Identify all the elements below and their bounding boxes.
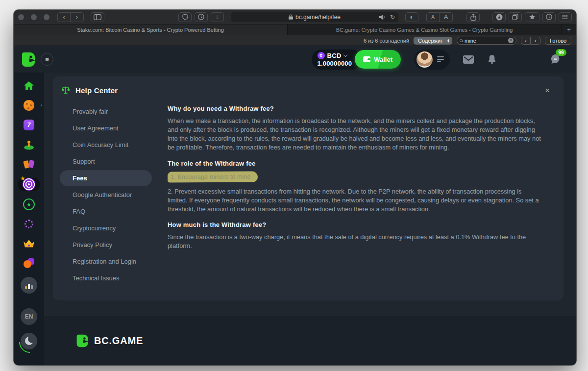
sidebar-toggle-button[interactable] — [91, 12, 104, 22]
sidebar-item-lottery[interactable] — [23, 158, 35, 170]
footer-logo-icon — [75, 334, 89, 347]
mail-button[interactable] — [463, 55, 474, 64]
help-nav-technical-issues[interactable]: Technical Issues — [60, 270, 152, 286]
sidebar-item-community[interactable] — [24, 218, 33, 230]
quests-icon: ★ — [23, 178, 35, 191]
bell-icon — [487, 54, 497, 65]
download-icon — [496, 14, 503, 21]
page-title: Help Center — [75, 86, 118, 95]
find-mode-select[interactable]: Содержит ▲▼ — [414, 37, 452, 45]
circle-arrow-icon — [198, 14, 204, 20]
home-icon — [24, 81, 34, 91]
paragraph-how-much: Since the transaction is a two-way charg… — [168, 233, 543, 250]
sidebar-item-bonus[interactable]: ★ — [23, 198, 35, 210]
theme-toggle-button[interactable] — [21, 333, 37, 349]
extension-shield-button[interactable] — [178, 12, 192, 22]
help-nav-cryptocurrency[interactable]: Cryptocurrency — [60, 220, 152, 236]
help-nav-fees[interactable]: Fees — [60, 170, 152, 186]
currency-code: BCD — [327, 52, 342, 59]
help-nav-support[interactable]: Support — [60, 153, 152, 170]
sidebar-item-affiliate[interactable] — [23, 257, 35, 269]
currency-amount: 1.00000000 — [318, 60, 352, 67]
find-search-input[interactable] — [465, 38, 506, 44]
section-heading-why: Why do you need a Withdraw fee? — [168, 105, 543, 112]
text-larger-button[interactable]: A — [440, 12, 453, 22]
paragraph-why: When we make a transaction, the informat… — [168, 117, 543, 152]
share-button[interactable] — [466, 12, 480, 22]
browser-toolbar: ‹ › ≡ bc.game/help/fee ↻ ◐ A A — [14, 10, 576, 25]
star-icon — [529, 14, 536, 20]
previous-match-button[interactable]: ‹ — [521, 37, 531, 45]
history-button[interactable] — [542, 12, 556, 22]
help-nav-coin-accuracy-limit[interactable]: Coin Accuracy Limit — [60, 137, 152, 153]
search-icon — [460, 39, 463, 42]
help-nav-google-authenticator[interactable]: Google Authenticator — [60, 187, 152, 203]
help-nav-provably-fair[interactable]: Provably fair — [60, 103, 152, 120]
notifications-button[interactable] — [487, 54, 497, 65]
currency-wallet-group: ¢ BCD 1.00000000 Wallet — [312, 49, 401, 70]
traffic-light-minimize[interactable] — [31, 14, 37, 20]
wallet-button[interactable]: Wallet — [355, 50, 401, 69]
expand-chevron-icon[interactable]: › — [40, 102, 42, 108]
url-bar[interactable]: bc.game/help/fee ↻ — [231, 12, 398, 22]
mail-icon — [463, 55, 474, 64]
user-menu[interactable] — [414, 49, 450, 70]
tab-bcgame[interactable]: BC.game: Crypto Casino Games & Casino Sl… — [288, 25, 562, 35]
bcgame-page: ≡ ¢ BCD 1.00000000 Wallet — [14, 46, 576, 365]
language-label: EN — [21, 308, 37, 325]
help-nav-user-agreement[interactable]: User Agreement — [60, 120, 152, 136]
moon-icon — [21, 333, 37, 349]
sidebar-item-slots[interactable]: 7 — [24, 119, 34, 131]
wallet-label: Wallet — [374, 56, 392, 63]
sidebar-item-vip[interactable] — [24, 238, 34, 249]
clear-search-icon[interactable]: × — [508, 38, 514, 43]
bookmarks-button[interactable] — [525, 12, 539, 22]
next-match-button[interactable]: › — [531, 37, 540, 45]
avatar[interactable] — [416, 51, 433, 68]
lottery-icon — [23, 159, 35, 170]
side-menu-toggle-button[interactable]: ≡ — [41, 53, 53, 66]
shield-icon — [182, 14, 188, 20]
tab-overview-button[interactable] — [559, 12, 572, 22]
copy-icon — [512, 14, 518, 20]
sidebar-item-quests-active[interactable]: ★ — [18, 178, 40, 191]
sidebar-item-leaderboard[interactable] — [21, 277, 37, 294]
find-search-field[interactable]: × — [457, 37, 516, 45]
traffic-light-close[interactable] — [18, 14, 24, 20]
text-smaller-button[interactable]: A — [426, 12, 440, 22]
sidebar-item-home[interactable] — [24, 80, 34, 92]
share-icon — [470, 14, 476, 21]
help-nav-registration-and-login[interactable]: Registration and Login — [60, 253, 152, 270]
extension-circle-button[interactable] — [195, 12, 208, 22]
close-icon[interactable]: × — [545, 86, 550, 95]
chat-button[interactable]: 99 — [549, 53, 562, 65]
find-done-button[interactable]: Готово — [545, 37, 571, 45]
left-sidebar: › 7 ★ ★ — [14, 73, 44, 365]
traffic-light-zoom[interactable] — [44, 14, 49, 20]
chevron-down-icon — [343, 52, 347, 56]
back-button[interactable]: ‹ — [57, 12, 71, 22]
bc-logo[interactable] — [21, 51, 36, 67]
help-nav-privacy-policy[interactable]: Privacy Policy — [60, 237, 152, 253]
tab-stake[interactable]: Stake.com: Bitcoin Casino & Sports - Cry… — [14, 25, 288, 35]
forward-button[interactable]: › — [71, 12, 84, 22]
sidebar-item-casino[interactable]: › — [24, 99, 34, 111]
bonus-star-icon: ★ — [23, 198, 35, 210]
reload-icon[interactable]: ↻ — [390, 14, 395, 21]
help-nav-faq[interactable]: FAQ — [60, 203, 152, 220]
reader-button[interactable]: ≡ — [211, 12, 224, 22]
tab-copy-button[interactable] — [509, 12, 522, 22]
highlighted-text: 1. Encourage miners to mine — [168, 171, 258, 182]
tab-audio-icon[interactable] — [379, 15, 386, 20]
currency-select[interactable]: ¢ BCD 1.00000000 — [312, 49, 362, 70]
url-text: bc.game/help/fee — [295, 14, 341, 21]
section-heading-how-much: How much is the Withdraw fee? — [168, 221, 543, 228]
language-button[interactable]: EN — [21, 308, 37, 325]
downloads-button[interactable] — [492, 12, 506, 22]
sidebar-item-sports[interactable] — [23, 139, 35, 150]
footer-brand: BC.GAME — [94, 335, 143, 346]
reader-contrast-button[interactable]: ◐ — [405, 12, 418, 22]
sports-icon — [23, 139, 35, 150]
new-tab-button[interactable]: + — [562, 25, 576, 35]
user-menu-icon — [437, 56, 444, 62]
